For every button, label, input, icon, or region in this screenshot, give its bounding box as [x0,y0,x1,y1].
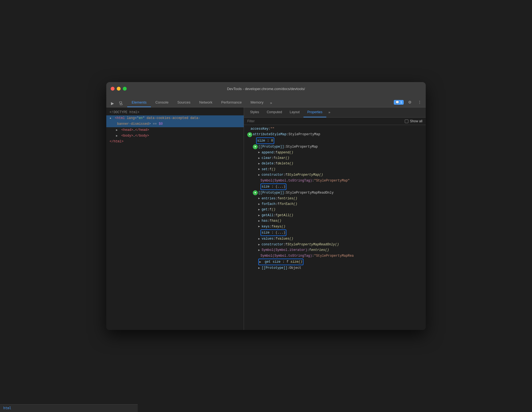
prop-entries[interactable]: ▶ entries : f entries() [244,196,426,201]
more-subtabs-button[interactable]: » [326,108,333,117]
subtab-styles[interactable]: Styles [246,107,263,117]
show-all-label-text: Show all [410,119,422,123]
prop-set[interactable]: ▶ set : f () [244,167,426,172]
prop-get-size[interactable]: ▶ get size : f size() [244,259,426,265]
subtabs: Styles Computed Layout Properties » [244,107,426,118]
tab-sources[interactable]: Sources [173,98,195,107]
tab-network[interactable]: Network [195,98,217,107]
maximize-button[interactable] [123,87,127,91]
expanded-green-icon-3: ▼ [253,190,258,195]
expanded-green-icon-2: ▼ [253,144,258,149]
prop-constructor-2[interactable]: ▶ constructor : f StylePropertyMapReadOn… [244,242,426,247]
prop-values[interactable]: ▶ values : f values() [244,236,426,242]
tab-console[interactable]: Console [151,98,173,107]
main-content: <!DOCTYPE html> ● <html lang="en" data-c… [106,107,426,330]
prop-symbol-tostringtag[interactable]: Symbol(Symbol.toStringTag) : "StylePrope… [244,178,426,183]
close-button[interactable] [111,87,115,91]
dom-doctype-line[interactable]: <!DOCTYPE html> [106,110,244,115]
notification-badge[interactable]: 💬 1 [394,100,404,105]
svg-rect-1 [120,104,122,105]
dom-htmlclose-line[interactable]: </html> [106,139,244,145]
dom-body-line[interactable]: ▶ <body>…</body> [106,133,244,139]
devtools-window: DevTools - developer.chrome.com/docs/dev… [106,82,426,330]
expand-icon: ● [110,116,113,121]
prop-symbol-tostringtag-2[interactable]: Symbol(Symbol.toStringTag) : "StylePrope… [244,253,426,259]
subtab-properties[interactable]: Properties [303,107,326,117]
prop-keys[interactable]: ▶ keys : f keys() [244,224,426,229]
prop-proto-object[interactable]: ▶ [[Prototype]] : Object [244,265,426,271]
prop-size-lazy-2[interactable]: size : (...) [244,229,426,236]
size-lazy-highlight-1: size : (...) [260,183,286,190]
subtab-computed[interactable]: Computed [263,107,286,117]
prop-constructor[interactable]: ▶ constructor : f StylePropertyMap() [244,172,426,178]
prop-proto-stylemap[interactable]: ▼ [[Prototype]] : StylePropertyMap [244,144,426,150]
filter-bar: Show all [244,118,426,125]
minimize-button[interactable] [117,87,121,91]
tab-bar-right: 💬 1 ⚙ ⋮ [394,98,424,107]
filter-input[interactable] [247,119,405,123]
prop-delete[interactable]: ▶ delete : f delete() [244,161,426,166]
show-all-checkbox[interactable] [405,120,408,123]
prop-clear[interactable]: ▶ clear : f clear() [244,155,426,161]
size-lazy-highlight-2: size : (...) [260,229,286,236]
notification-count: 1 [400,101,402,104]
size-0-highlight: size : 0 [256,137,274,144]
title-bar: DevTools - developer.chrome.com/docs/dev… [106,82,426,95]
expanded-green-icon: ▼ [247,132,252,137]
window-title: DevTools - developer.chrome.com/docs/dev… [227,87,305,91]
prop-proto-spmreadonly[interactable]: ▼ [[Prototype]] : StylePropertyMapReadOn… [244,190,426,196]
prop-get[interactable]: ▶ get : f () [244,207,426,212]
dom-head-line[interactable]: ▶ <head>…</head> [106,127,244,133]
tab-bar: ▶ Elements Console Sources Network Perfo… [106,95,426,107]
tab-memory[interactable]: Memory [246,98,268,107]
dom-html-line2[interactable]: banner-dismissed> == $0 [106,121,244,127]
traffic-lights [111,87,127,91]
prop-append[interactable]: ▶ append : f append() [244,150,426,155]
prop-symbol-iterator[interactable]: ▶ Symbol(Symbol.iterator) : f entries() [244,247,426,253]
prop-attributestylemap[interactable]: ▼ attributeStyleMap : StylePropertyMap [244,132,426,137]
chat-icon: 💬 [395,101,399,104]
prop-getall[interactable]: ▶ getAll : f getAll() [244,213,426,218]
prop-accesskey[interactable]: accessKey : "" [244,126,426,132]
svg-rect-0 [120,102,122,103]
right-panel: Styles Computed Layout Properties » Show… [244,107,426,330]
dom-html-line[interactable]: ● <html lang="en" data-cookies-accepted … [106,115,244,121]
inspect-icon[interactable] [117,99,125,107]
more-tabs-button[interactable]: » [268,99,274,107]
tab-performance[interactable]: Performance [217,98,246,107]
prop-foreach[interactable]: ▶ forEach : f forEach() [244,201,426,207]
more-options-icon[interactable]: ⋮ [416,98,424,106]
dom-panel[interactable]: <!DOCTYPE html> ● <html lang="en" data-c… [106,107,244,330]
settings-icon[interactable]: ⚙ [406,98,414,106]
subtab-layout[interactable]: Layout [286,107,303,117]
show-all-toggle[interactable]: Show all [405,119,422,123]
get-size-highlight: ▶ get size : f size() [258,259,303,265]
prop-size-lazy-1[interactable]: size : (...) [244,183,426,190]
prop-has[interactable]: ▶ has : f has() [244,218,426,224]
cursor-icon[interactable]: ▶ [108,99,116,107]
tab-bar-icons: ▶ [108,99,125,107]
tab-elements[interactable]: Elements [127,98,151,107]
props-content[interactable]: accessKey : "" ▼ attributeStyleMap : Sty… [244,125,426,330]
prop-size-0[interactable]: size : 0 [244,137,426,144]
